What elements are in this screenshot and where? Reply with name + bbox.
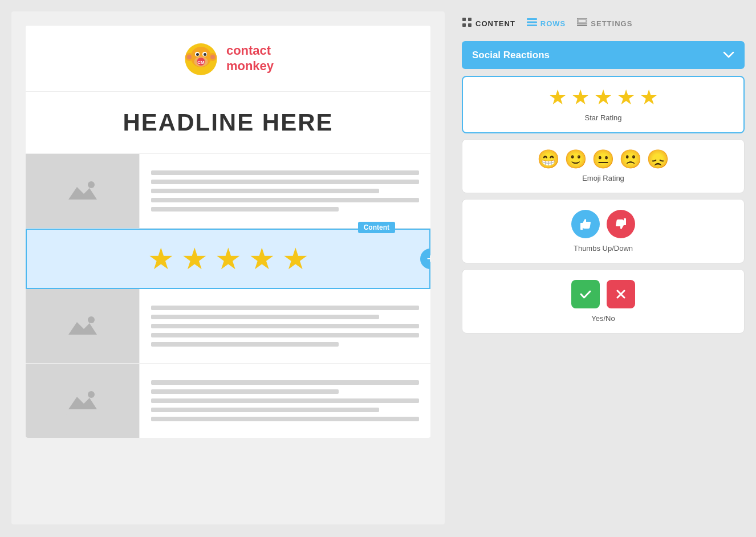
email-headline-section: HEADLINE HERE <box>26 92 430 154</box>
text-line <box>151 180 419 184</box>
text-line <box>151 189 379 193</box>
svg-rect-20 <box>66 387 100 415</box>
tab-bar: CONTENT ROWS SETTINGS <box>462 14 745 32</box>
email-image-1 <box>26 154 140 228</box>
text-line <box>151 198 419 202</box>
email-star-5: ★ <box>282 244 309 274</box>
svg-point-6 <box>196 53 199 56</box>
text-line <box>151 306 419 310</box>
svg-rect-31 <box>578 19 586 23</box>
svg-point-22 <box>88 391 95 398</box>
social-reactions-header[interactable]: Social Reactions <box>462 41 745 69</box>
text-line <box>151 408 379 412</box>
svg-rect-14 <box>66 177 100 205</box>
content-tab-icon <box>462 17 472 30</box>
email-content-row-3 <box>26 364 430 438</box>
tab-settings[interactable]: SETTINGS <box>577 15 632 31</box>
email-star-2: ★ <box>181 244 208 274</box>
email-image-3 <box>26 364 140 438</box>
star-rating-label: Star Rating <box>584 113 621 122</box>
emoji-rating-card[interactable]: 😁 🙂 😐 🙁 😞 Emoji Rating <box>462 139 745 193</box>
svg-rect-17 <box>66 312 100 340</box>
yes-no-container <box>571 280 635 308</box>
rows-tab-icon <box>527 18 537 29</box>
svg-point-19 <box>88 316 95 323</box>
svg-point-10 <box>187 55 192 59</box>
content-tab-label: CONTENT <box>475 19 515 28</box>
email-card: CM contact monkey HEADLINE HERE <box>26 26 430 438</box>
email-text-2 <box>140 289 430 363</box>
star-rating-card[interactable]: ★ ★ ★ ★ ★ Star Rating <box>462 76 745 133</box>
email-headline: HEADLINE HERE <box>37 109 419 136</box>
emoji-slightly-frown: 🙁 <box>619 150 642 168</box>
emoji-grinning: 😁 <box>537 150 560 168</box>
logo-container: CM contact monkey <box>182 40 274 77</box>
rows-tab-label: ROWS <box>540 19 566 28</box>
settings-tab-label: SETTINGS <box>591 19 632 28</box>
email-star-section[interactable]: Content ★ ★ ★ ★ ★ + <box>26 229 430 289</box>
thumbs-container <box>571 210 635 238</box>
email-star-1: ★ <box>148 244 174 274</box>
star-icon-3: ★ <box>594 87 612 108</box>
add-content-button[interactable]: + <box>420 249 430 269</box>
text-line <box>151 380 419 385</box>
text-line <box>151 342 339 347</box>
tab-content[interactable]: CONTENT <box>462 14 515 32</box>
email-text-1 <box>140 154 430 228</box>
star-rating-icons: ★ ★ ★ ★ ★ <box>548 87 658 108</box>
emoji-smile: 🙂 <box>564 150 587 168</box>
emoji-rating-label: Emoji Rating <box>582 174 624 182</box>
content-label: Content <box>358 222 395 233</box>
thumb-down-button <box>607 210 635 238</box>
thumb-up-button <box>571 210 600 238</box>
thumbs-rating-label: Thumbs Up/Down <box>574 244 633 253</box>
text-line <box>151 324 419 328</box>
yesno-rating-card[interactable]: Yes/No <box>462 269 745 333</box>
sidebar-panel: CONTENT ROWS SETTINGS <box>462 11 745 339</box>
logo-text: contact monkey <box>226 43 274 74</box>
svg-rect-24 <box>468 18 472 21</box>
logo-icon: CM <box>182 40 220 77</box>
star-icon-2: ★ <box>571 87 590 108</box>
text-line <box>151 389 339 394</box>
text-line <box>151 398 419 403</box>
svg-rect-28 <box>527 22 537 23</box>
svg-text:CM: CM <box>197 60 205 65</box>
star-icon-4: ★ <box>617 87 635 108</box>
svg-rect-29 <box>527 25 537 26</box>
image-placeholder-icon <box>66 177 100 205</box>
email-star-3: ★ <box>215 244 242 274</box>
text-line <box>151 333 419 337</box>
svg-point-7 <box>204 53 206 56</box>
svg-rect-23 <box>462 18 466 21</box>
tab-rows[interactable]: ROWS <box>527 15 566 31</box>
email-content-row-2 <box>26 289 430 364</box>
email-logo-section: CM contact monkey <box>26 26 430 92</box>
svg-rect-25 <box>462 23 466 27</box>
email-text-3 <box>140 364 430 438</box>
yes-button <box>571 280 600 308</box>
yesno-rating-label: Yes/No <box>591 314 615 323</box>
star-icon-5: ★ <box>640 87 658 108</box>
settings-tab-icon <box>577 18 587 29</box>
emoji-neutral: 😐 <box>592 150 615 168</box>
svg-rect-27 <box>527 18 537 20</box>
svg-rect-26 <box>468 23 472 27</box>
image-placeholder-icon <box>66 387 100 415</box>
emoji-rating-icons: 😁 🙂 😐 🙁 😞 <box>537 150 669 168</box>
text-line <box>151 170 419 175</box>
thumbs-rating-card[interactable]: Thumbs Up/Down <box>462 199 745 263</box>
svg-point-11 <box>210 55 215 59</box>
text-line <box>151 315 379 319</box>
text-line <box>151 207 339 211</box>
text-line <box>151 417 419 421</box>
image-placeholder-icon <box>66 312 100 340</box>
email-image-2 <box>26 289 140 363</box>
email-preview: CM contact monkey HEADLINE HERE <box>11 11 445 524</box>
svg-point-16 <box>88 181 95 188</box>
email-star-4: ★ <box>249 244 275 274</box>
email-stars: ★ ★ ★ ★ ★ <box>148 244 309 274</box>
social-reactions-title: Social Reactions <box>472 50 550 61</box>
star-icon-1: ★ <box>548 87 567 108</box>
no-button <box>607 280 635 308</box>
